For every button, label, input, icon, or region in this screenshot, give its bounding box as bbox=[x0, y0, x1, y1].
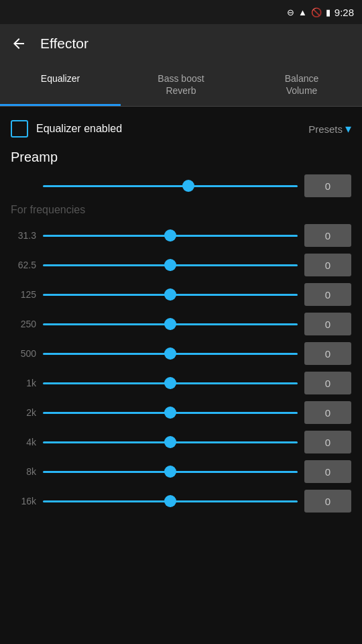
equalizer-enabled-checkbox[interactable] bbox=[11, 120, 28, 138]
band-value-4k: 0 bbox=[304, 431, 351, 453]
equalizer-enabled-label: Equalizer enabled bbox=[36, 123, 300, 135]
band-value-500: 0 bbox=[304, 342, 351, 365]
preamp-thumb[interactable] bbox=[182, 180, 194, 192]
band-row-31: 31.3 0 bbox=[11, 224, 351, 247]
preamp-slider-row: 0 bbox=[11, 174, 351, 197]
freq-label-2k: 2k bbox=[11, 407, 36, 418]
main-content: Equalizer enabled Presets ▾ Preamp 0 For… bbox=[0, 107, 362, 644]
presets-button[interactable]: Presets ▾ bbox=[308, 121, 351, 136]
freq-label-125: 125 bbox=[11, 289, 36, 300]
band-value-62: 0 bbox=[304, 254, 351, 276]
band-value-2k: 0 bbox=[304, 401, 351, 424]
back-button[interactable] bbox=[11, 36, 27, 52]
freq-label-8k: 8k bbox=[11, 466, 36, 477]
band-row-4k: 4k 0 bbox=[11, 431, 351, 453]
band-slider-16k[interactable] bbox=[43, 494, 298, 508]
band-slider-62[interactable] bbox=[43, 258, 298, 272]
band-row-2k: 2k 0 bbox=[11, 401, 351, 424]
freq-label-500: 500 bbox=[11, 348, 36, 359]
wifi-icon: ▲ bbox=[298, 7, 307, 17]
band-row-62: 62.5 0 bbox=[11, 254, 351, 276]
band-row-1k: 1k 0 bbox=[11, 372, 351, 394]
band-slider-1k[interactable] bbox=[43, 376, 298, 390]
block-icon: ⊖ bbox=[287, 7, 294, 17]
band-row-500: 500 0 bbox=[11, 342, 351, 365]
preamp-slider[interactable] bbox=[43, 179, 298, 193]
tab-bar: Equalizer Bass boostReverb BalanceVolume bbox=[0, 63, 362, 107]
freq-label-31: 31.3 bbox=[11, 230, 36, 241]
band-thumb-1k[interactable] bbox=[164, 377, 176, 389]
preamp-track bbox=[43, 185, 298, 187]
freq-label-1k: 1k bbox=[11, 378, 36, 388]
preamp-value: 0 bbox=[304, 174, 351, 197]
tab-bass-boost-reverb[interactable]: Bass boostReverb bbox=[121, 63, 241, 106]
band-value-31: 0 bbox=[304, 224, 351, 247]
tab-equalizer[interactable]: Equalizer bbox=[0, 63, 121, 106]
band-thumb-31[interactable] bbox=[164, 229, 176, 241]
tab-balance-volume[interactable]: BalanceVolume bbox=[241, 63, 362, 106]
band-thumb-62[interactable] bbox=[164, 259, 176, 271]
status-time: 9:28 bbox=[335, 7, 354, 18]
band-slider-8k[interactable] bbox=[43, 465, 298, 478]
band-value-1k: 0 bbox=[304, 372, 351, 394]
band-value-8k: 0 bbox=[304, 460, 351, 483]
preamp-label: Preamp bbox=[11, 150, 351, 165]
band-thumb-500[interactable] bbox=[164, 347, 176, 360]
dropdown-arrow-icon: ▾ bbox=[345, 121, 351, 136]
band-row-125: 125 0 bbox=[11, 283, 351, 306]
freq-label-4k: 4k bbox=[11, 437, 36, 447]
page-title: Effector bbox=[40, 36, 88, 52]
band-slider-250[interactable] bbox=[43, 317, 298, 331]
battery-icon: ▮ bbox=[326, 7, 330, 17]
band-thumb-2k[interactable] bbox=[164, 407, 176, 419]
app-header: Effector bbox=[0, 24, 362, 63]
band-row-16k: 16k 0 bbox=[11, 490, 351, 513]
band-value-250: 0 bbox=[304, 313, 351, 335]
band-slider-2k[interactable] bbox=[43, 406, 298, 419]
status-bar: ⊖ ▲ 🚫 ▮ 9:28 bbox=[0, 0, 362, 24]
signal-icon: 🚫 bbox=[311, 7, 322, 17]
band-slider-4k[interactable] bbox=[43, 435, 298, 449]
band-slider-31[interactable] bbox=[43, 229, 298, 242]
for-frequencies-label: For frequencies bbox=[11, 204, 351, 216]
band-thumb-4k[interactable] bbox=[164, 436, 176, 448]
band-row-250: 250 0 bbox=[11, 313, 351, 335]
presets-label: Presets bbox=[308, 123, 343, 135]
band-thumb-250[interactable] bbox=[164, 318, 176, 330]
band-slider-500[interactable] bbox=[43, 347, 298, 360]
status-icons: ⊖ ▲ 🚫 ▮ 9:28 bbox=[287, 7, 354, 18]
band-value-125: 0 bbox=[304, 283, 351, 306]
band-thumb-125[interactable] bbox=[164, 288, 176, 301]
preamp-section: Preamp 0 bbox=[11, 150, 351, 197]
freq-label-62: 62.5 bbox=[11, 260, 36, 270]
frequency-bands: 31.3 0 62.5 0 125 0 bbox=[11, 224, 351, 513]
band-thumb-8k[interactable] bbox=[164, 466, 176, 478]
equalizer-enabled-row: Equalizer enabled Presets ▾ bbox=[11, 120, 351, 138]
band-row-8k: 8k 0 bbox=[11, 460, 351, 483]
freq-label-16k: 16k bbox=[11, 496, 36, 506]
band-thumb-16k[interactable] bbox=[164, 495, 176, 507]
band-value-16k: 0 bbox=[304, 490, 351, 513]
freq-label-250: 250 bbox=[11, 319, 36, 329]
band-slider-125[interactable] bbox=[43, 288, 298, 301]
